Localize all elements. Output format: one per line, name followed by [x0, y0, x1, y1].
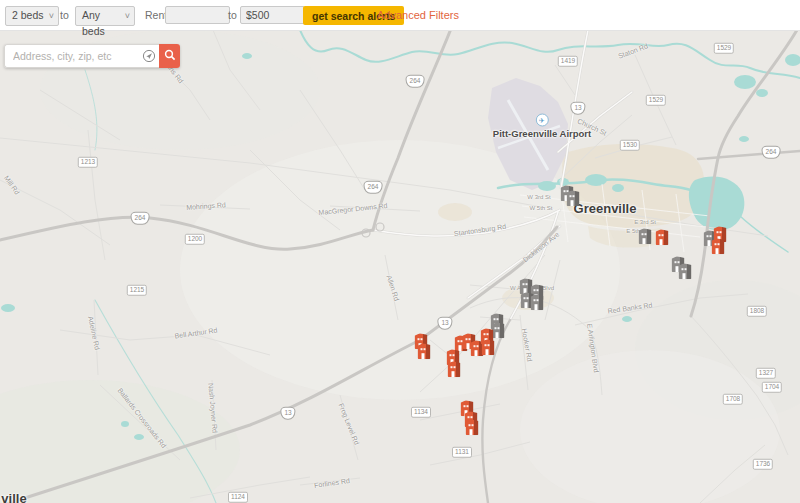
- road-label: Mohrings Rd: [186, 201, 226, 211]
- map-marker-gray[interactable]: [531, 294, 544, 310]
- map-marker-gray[interactable]: [567, 190, 580, 206]
- route-shield: 1124: [228, 492, 248, 503]
- map-canvas[interactable]: Staton RdChurch StW 3rd StW 5th StE 3rd …: [0, 30, 800, 503]
- route-shield: 1131: [452, 447, 472, 458]
- road-label: Dickinson Ave: [522, 231, 561, 264]
- route-shield: 1736: [753, 459, 773, 470]
- to-label: to: [228, 9, 237, 21]
- search-button[interactable]: [159, 44, 180, 68]
- route-shield: 1808: [747, 306, 767, 317]
- place-label-text: Greenville: [574, 201, 637, 216]
- road-label: E Arlington Blvd: [586, 323, 600, 373]
- road-label: Mill Rd: [3, 174, 21, 196]
- route-shield: 1213: [78, 157, 98, 168]
- place-label-text: Pitt-Greenville Airport: [493, 128, 591, 139]
- locate-me-icon[interactable]: [142, 49, 156, 63]
- road-label: Red Banks Rd: [607, 301, 653, 314]
- route-shield: 264: [406, 75, 425, 88]
- map-marker-orange[interactable]: [466, 419, 479, 435]
- road-label: W 3rd St: [527, 194, 550, 200]
- to-label: to: [60, 9, 69, 21]
- map-marker-gray[interactable]: [679, 263, 692, 279]
- map-overlays: Staton RdChurch StW 3rd StW 5th StE 3rd …: [0, 30, 800, 503]
- route-shield: 1529: [714, 43, 734, 54]
- road-label: Nash Joyner Rd: [207, 383, 218, 434]
- road-label: Allen Rd: [386, 274, 401, 301]
- route-shield: 1200: [185, 234, 205, 245]
- route-shield: 13: [437, 317, 452, 330]
- map-search-box: [4, 44, 180, 68]
- road-label: Stantonsburg Rd: [453, 223, 506, 237]
- apartment-search-app: 2 beds to Any beds Rent to get search al…: [0, 0, 800, 503]
- route-shield: 264: [131, 212, 150, 225]
- filter-bar: 2 beds to Any beds Rent to get search al…: [0, 0, 800, 31]
- map-marker-orange[interactable]: [482, 339, 495, 355]
- place-label: Greenville: [574, 201, 637, 216]
- route-shield: 1708: [723, 394, 743, 405]
- road-label: E 3rd St: [634, 219, 656, 225]
- address-search-input[interactable]: [4, 44, 159, 68]
- route-shield: 1134: [411, 407, 431, 418]
- road-label: Adeline Rd: [87, 316, 101, 351]
- route-shield: 13: [570, 102, 585, 115]
- search-icon: [164, 49, 176, 64]
- route-shield: 264: [364, 181, 383, 194]
- map-marker-orange[interactable]: [448, 361, 461, 377]
- place-label-text: ville: [1, 491, 26, 503]
- map-marker-orange[interactable]: [656, 229, 669, 245]
- rent-max-input[interactable]: [240, 6, 305, 24]
- min-beds-select[interactable]: 2 beds: [5, 6, 59, 26]
- rent-label: Rent: [145, 9, 167, 21]
- road-label: Forlines Rd: [314, 477, 350, 489]
- airport-icon: ✈: [535, 114, 548, 127]
- road-label: Hooker Rd: [521, 328, 534, 362]
- max-beds-select[interactable]: Any beds: [75, 6, 135, 26]
- map-marker-gray[interactable]: [639, 228, 652, 244]
- place-label: ville: [1, 491, 26, 503]
- road-label: Ballards Crossroads Rd: [116, 387, 167, 450]
- route-shield: 13: [280, 407, 295, 420]
- map-marker-orange[interactable]: [418, 343, 431, 359]
- advanced-filters-link[interactable]: Advanced Filters: [377, 9, 459, 21]
- route-shield: 1704: [762, 382, 782, 393]
- road-label: Bell Arthur Rd: [174, 327, 218, 340]
- road-label: Frog Level Rd: [338, 402, 361, 445]
- rent-min-input[interactable]: [165, 6, 230, 24]
- route-shield: 1529: [646, 95, 666, 106]
- road-label: W 5th St: [529, 205, 552, 211]
- road-label: Staton Rd: [617, 42, 649, 59]
- map-marker-orange[interactable]: [712, 238, 725, 254]
- road-label: MacGregor Downs Rd: [318, 202, 388, 216]
- route-shield: 1530: [620, 140, 640, 151]
- route-shield: 1327: [756, 368, 776, 379]
- route-shield: 264: [762, 146, 781, 159]
- place-label: ✈Pitt-Greenville Airport: [493, 114, 591, 139]
- route-shield: 1419: [558, 56, 578, 67]
- route-shield: 1215: [127, 285, 147, 296]
